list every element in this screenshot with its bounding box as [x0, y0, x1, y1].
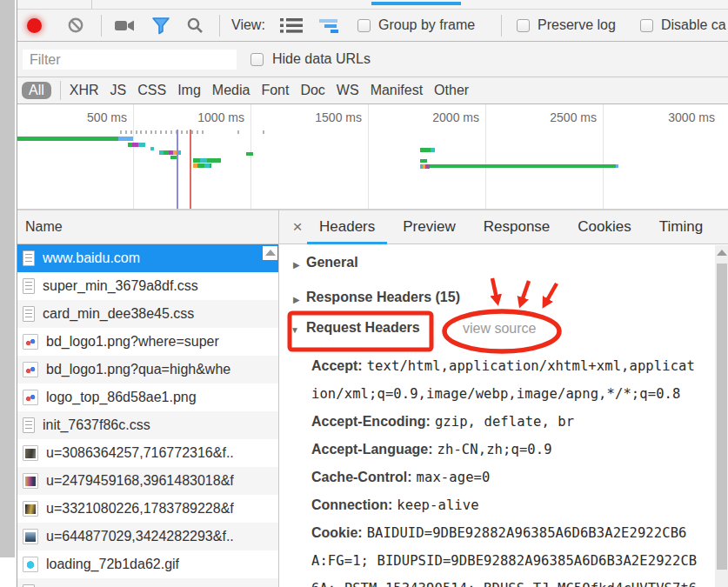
request-row[interactable]: loading_72b1da62.gif: [17, 550, 278, 578]
request-row[interactable]: super_min_3679a8df.css: [17, 272, 278, 300]
header-line: A:FG=1; BIDUPSID=9DBE92882A96385A6D6B3A2…: [311, 547, 724, 575]
group-by-frame-label: Group by frame: [378, 10, 475, 41]
type-filter-js[interactable]: JS: [110, 83, 127, 98]
header-line: Accept-Encoding:gzip, deflate, br: [311, 408, 724, 436]
document-icon: [23, 250, 35, 266]
tab-timing[interactable]: Timing: [647, 210, 715, 244]
header-line: ion/xml;q=0.9,image/webp,image/apng,*/*;…: [311, 380, 724, 408]
request-start-tick: [145, 130, 147, 134]
camera-icon[interactable]: [114, 17, 137, 33]
disable-cache-checkbox[interactable]: [640, 19, 653, 32]
view-source-link[interactable]: view source: [463, 321, 536, 337]
gridline: [133, 104, 134, 209]
time-label: 2000 ms: [406, 110, 479, 124]
request-row[interactable]: [17, 578, 278, 587]
request-start-tick: [186, 130, 188, 134]
request-row[interactable]: card_min_dee38e45.css: [17, 300, 278, 328]
request-start-tick: [170, 130, 172, 134]
header-line: Cache-Control:max-age=0: [311, 464, 724, 491]
request-row[interactable]: u=644877029,3424282293&f..: [17, 523, 278, 550]
type-filter-all[interactable]: All: [22, 82, 51, 99]
devtools-tabbar-sliver: [17, 0, 728, 10]
filter-input[interactable]: [23, 50, 237, 70]
request-row[interactable]: bd_logo1.png?qua=high&whe: [17, 356, 278, 384]
clear-icon[interactable]: [67, 17, 84, 34]
gridline: [368, 104, 369, 209]
request-start-tick: [140, 130, 142, 134]
detail-tab-bar: × HeadersPreviewResponseCookiesTiming: [279, 210, 728, 244]
type-filter-ws[interactable]: WS: [337, 83, 359, 98]
waterfall-bar: [204, 163, 210, 168]
record-icon[interactable]: [27, 18, 42, 33]
network-overview-waterfall[interactable]: 500 ms1000 ms1500 ms2000 ms2500 ms3000 m…: [17, 104, 728, 210]
request-row[interactable]: u=3086364257,716772316&f..: [17, 439, 278, 467]
response-headers-section-title[interactable]: Response Headers (15): [306, 290, 460, 305]
group-by-frame-checkbox[interactable]: [357, 19, 371, 32]
header-key: Cookie:: [311, 525, 363, 540]
tab-headers[interactable]: Headers: [307, 210, 387, 244]
request-name: u=2479459168,3961483018&f: [46, 473, 234, 489]
request-start-tick: [136, 130, 137, 134]
request-name: card_min_dee38e45.css: [43, 306, 194, 322]
name-column-header[interactable]: Name: [17, 210, 278, 244]
close-icon[interactable]: ×: [290, 210, 305, 243]
tab-response[interactable]: Response: [471, 210, 563, 244]
scrollbar-thumb[interactable]: [717, 263, 727, 570]
type-filter-font[interactable]: Font: [261, 83, 289, 98]
divider: [501, 15, 502, 37]
tab-preview[interactable]: Preview: [391, 210, 467, 244]
type-filter-media[interactable]: Media: [212, 83, 250, 98]
list-scroll-up-button[interactable]: [263, 246, 277, 260]
request-row[interactable]: bd_logo1.png?where=super: [17, 328, 278, 356]
image-thumbnail-icon: [23, 390, 38, 405]
header-line: Accept-Language:zh-CN,zh;q=0.9: [311, 436, 724, 464]
detail-scrollbar[interactable]: [715, 245, 728, 587]
request-row[interactable]: logo_top_86d58ae1.png: [17, 384, 278, 411]
time-label: 3000 ms: [642, 110, 715, 124]
tab-cookies[interactable]: Cookies: [565, 210, 643, 244]
header-value: ion/xml;q=0.9,image/webp,image/apng,*/*;…: [311, 386, 680, 402]
request-start-tick: [155, 130, 157, 134]
type-filter-img[interactable]: Img: [177, 83, 201, 98]
general-arrow-icon[interactable]: ▶: [293, 260, 300, 270]
list-view-icon[interactable]: [280, 18, 303, 33]
general-section-title[interactable]: General: [306, 255, 358, 270]
request-start-tick: [197, 130, 198, 134]
request-row[interactable]: u=2479459168,3961483018&f: [17, 467, 278, 495]
thumbnail: [25, 504, 36, 514]
filter-icon[interactable]: [151, 17, 170, 35]
request-headers-section-title[interactable]: Request Headers: [306, 320, 420, 336]
image-thumbnail-icon: [23, 473, 38, 489]
type-filter-manifest[interactable]: Manifest: [371, 83, 423, 98]
thumbnail: [25, 477, 36, 486]
header-value: zh-CN,zh;q=0.9: [437, 442, 552, 457]
header-line: Cookie:BAIDUID=9DBE92882A96385A6D6B3A2E2…: [311, 519, 724, 547]
request-header-lines: Accept:text/html,application/xhtml+xml,a…: [311, 352, 724, 587]
event-marker-line: [177, 130, 178, 210]
request-start-tick: [125, 130, 127, 134]
type-filter-xhr[interactable]: XHR: [70, 83, 99, 98]
waterfall-view-icon[interactable]: [319, 19, 344, 33]
request-headers-arrow-icon[interactable]: ▼: [291, 325, 299, 335]
request-row[interactable]: www.baidu.com: [17, 244, 278, 272]
header-line: Accept:text/html,application/xhtml+xml,a…: [311, 352, 724, 380]
thumbnail: [25, 560, 36, 570]
request-row[interactable]: u=3321080226,1783789228&f: [17, 495, 278, 523]
hide-data-urls-checkbox[interactable]: [250, 53, 264, 66]
request-name: www.baidu.com: [43, 250, 140, 266]
search-icon[interactable]: [186, 17, 204, 35]
document-icon: [23, 306, 35, 322]
type-filter-doc[interactable]: Doc: [300, 83, 324, 98]
request-row[interactable]: init_7637f86c.css: [17, 411, 278, 439]
type-filter-other[interactable]: Other: [434, 83, 469, 98]
header-key: Accept:: [311, 358, 363, 373]
divider: [219, 15, 220, 37]
scroll-up-icon: [717, 250, 727, 256]
thumbnail: [25, 337, 36, 347]
request-start-tick: [237, 130, 239, 134]
time-label: 500 ms: [54, 110, 127, 124]
response-headers-arrow-icon[interactable]: ▶: [293, 295, 300, 304]
thumbnail: [25, 365, 36, 375]
preserve-log-checkbox[interactable]: [517, 19, 530, 32]
type-filter-css[interactable]: CSS: [137, 83, 166, 98]
